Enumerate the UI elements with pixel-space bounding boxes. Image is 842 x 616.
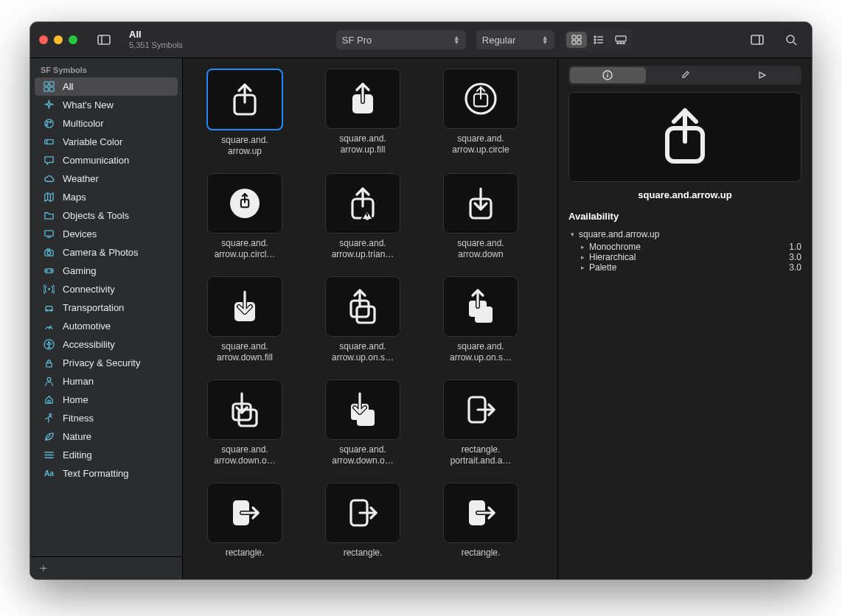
symbol-tile[interactable]: rectangle.: [193, 483, 296, 571]
sidebar-item-home[interactable]: Home: [35, 391, 178, 409]
slider-icon: [42, 136, 55, 147]
sidebar-item-variable-color[interactable]: Variable Color: [35, 133, 178, 151]
page-title: All: [129, 29, 183, 41]
sidebar-item-label: Human: [63, 376, 94, 387]
sidebar-item-nature[interactable]: Nature: [35, 427, 178, 446]
view-gallery-button[interactable]: [610, 32, 631, 48]
sidebar-item-weather[interactable]: Weather: [35, 169, 178, 188]
add-collection-button[interactable]: ＋: [38, 561, 49, 576]
symbol-tile[interactable]: square.and. arrow.down.o…: [311, 379, 414, 468]
sidebar-item-what-s-new[interactable]: What's New: [35, 96, 178, 114]
symbol-tile-label: square.and. arrow.down.fill: [217, 341, 273, 365]
sidebar-item-gaming[interactable]: Gaming: [35, 262, 178, 280]
symbol-tile-preview: [207, 276, 282, 337]
symbol-tile[interactable]: square.and. arrow.up.fill: [311, 69, 414, 158]
symbol-tile[interactable]: rectangle. portrait.and.a…: [429, 379, 532, 468]
symbol-tile-preview: [443, 276, 518, 337]
inspector-tab-color[interactable]: [647, 67, 723, 83]
display-icon: [42, 228, 55, 239]
symbol-tile[interactable]: square.and. arrow.down.fill: [193, 276, 296, 365]
symbol-tile-preview: [443, 69, 518, 129]
sidebar-item-fitness[interactable]: Fitness: [35, 409, 178, 427]
font-weight-select[interactable]: Regular ▲▼: [476, 30, 554, 49]
availability-root-row[interactable]: ▾ square.and.arrow.up: [568, 229, 801, 239]
svg-point-25: [46, 122, 48, 123]
disclosure-triangle-icon: ▾: [568, 231, 576, 238]
availability-variant-row[interactable]: ▸ Monochrome 1.0: [568, 242, 801, 252]
symbol-tile[interactable]: square.and. arrow.down: [429, 173, 532, 262]
svg-rect-23: [49, 87, 54, 91]
gauge-icon: [42, 321, 55, 332]
symbol-tile[interactable]: square.and. arrow.up: [193, 69, 296, 158]
symbol-tile-preview: [207, 483, 282, 543]
sidebar-item-human[interactable]: Human: [35, 372, 178, 391]
symbol-tile-label: square.and. arrow.down.o…: [332, 444, 393, 468]
svg-point-10: [594, 42, 596, 43]
sidebar-item-label: Weather: [63, 173, 99, 184]
variant-version: 3.0: [789, 262, 801, 273]
symbol-tile[interactable]: square.and. arrow.up.on.s…: [429, 276, 532, 365]
app-window: All 5,351 Symbols SF Pro ▲▼ Regular ▲▼: [30, 22, 812, 579]
sidebar-item-label: Gaming: [63, 265, 97, 276]
symbol-tile-preview: [207, 379, 282, 440]
toggle-sidebar-button[interactable]: [92, 30, 116, 49]
sidebar-item-multicolor[interactable]: Multicolor: [35, 114, 178, 133]
view-list-button[interactable]: [588, 32, 609, 48]
camera-icon: [42, 247, 55, 258]
symbol-tile[interactable]: square.and. arrow.up.on.s…: [311, 276, 414, 365]
sidebar-item-privacy-security[interactable]: Privacy & Security: [35, 354, 178, 372]
symbol-tile-preview: [206, 69, 283, 130]
svg-rect-14: [620, 43, 622, 44]
sidebar-item-editing[interactable]: Editing: [35, 446, 178, 464]
font-family-select[interactable]: SF Pro ▲▼: [336, 30, 466, 49]
availability-variant-row[interactable]: ▸ Hierarchical 3.0: [568, 252, 801, 262]
availability-variant-row[interactable]: ▸ Palette 3.0: [568, 262, 801, 273]
symbol-tile[interactable]: square.and. arrow.up.trian…: [311, 173, 414, 262]
inspector-tab-animate[interactable]: [724, 67, 800, 83]
availability-tree: ▾ square.and.arrow.up ▸ Monochrome 1.0▸ …: [568, 229, 801, 273]
sidebar-item-objects-tools[interactable]: Objects & Tools: [35, 206, 178, 225]
sidebar-item-camera-photos[interactable]: Camera & Photos: [35, 243, 178, 262]
close-window-button[interactable]: [39, 35, 48, 44]
variant-version: 3.0: [789, 252, 801, 262]
sidebar-item-text-formatting[interactable]: Aa Text Formatting: [35, 464, 178, 483]
sidebar-item-automotive[interactable]: Automotive: [35, 317, 178, 335]
symbol-tile[interactable]: rectangle.: [311, 483, 414, 571]
inspector-tabs: [568, 66, 801, 85]
inspector-tab-info[interactable]: [570, 67, 646, 83]
svg-rect-21: [49, 82, 54, 86]
symbol-tile-label: rectangle.: [344, 547, 383, 571]
text-icon: Aa: [42, 468, 55, 479]
view-grid-button[interactable]: [566, 32, 587, 48]
sidebar-item-transportation[interactable]: Transportation: [35, 298, 178, 317]
svg-point-26: [49, 122, 51, 123]
svg-point-70: [366, 217, 368, 219]
sidebar-item-label: Privacy & Security: [63, 357, 140, 368]
svg-point-41: [48, 288, 50, 290]
view-mode-segmented: [565, 29, 633, 51]
traffic-lights: [39, 35, 77, 44]
disclosure-triangle-icon: ▸: [579, 253, 586, 261]
sidebar-item-connectivity[interactable]: Connectivity: [35, 280, 178, 298]
symbol-tile-label: square.and. arrow.up.on.s…: [450, 341, 512, 365]
symbol-tile[interactable]: square.and. arrow.down.o…: [193, 379, 296, 468]
search-button[interactable]: [779, 30, 803, 49]
grid-icon: [42, 81, 55, 92]
sidebar-item-all[interactable]: All: [35, 77, 178, 96]
symbol-tile[interactable]: rectangle.: [429, 483, 532, 571]
symbol-tile[interactable]: square.and. arrow.up.circl…: [193, 173, 296, 262]
symbol-tile-label: square.and. arrow.up.fill: [339, 133, 386, 157]
symbol-tile[interactable]: square.and. arrow.up.circle: [429, 69, 532, 158]
sidebar-item-label: Nature: [63, 431, 91, 442]
sidebar-item-accessibility[interactable]: Accessibility: [35, 335, 178, 354]
svg-rect-16: [751, 35, 763, 44]
minimize-window-button[interactable]: [54, 35, 63, 44]
sidebar-item-devices[interactable]: Devices: [35, 225, 178, 243]
symbol-tile-preview: [325, 173, 400, 234]
toggle-inspector-button[interactable]: [745, 30, 769, 49]
sidebar-item-communication[interactable]: Communication: [35, 151, 178, 169]
svg-rect-15: [623, 43, 624, 44]
svg-point-50: [49, 413, 51, 416]
sidebar-item-maps[interactable]: Maps: [35, 188, 178, 206]
zoom-window-button[interactable]: [69, 35, 77, 44]
